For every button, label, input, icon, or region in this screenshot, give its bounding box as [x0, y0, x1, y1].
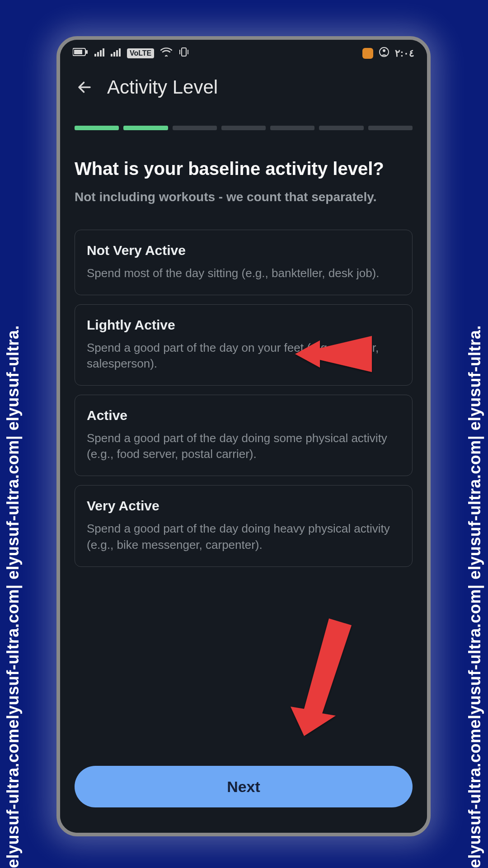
progress-segment — [319, 126, 363, 130]
battery-icon — [73, 47, 88, 59]
next-button[interactable]: Next — [75, 766, 413, 807]
svg-point-15 — [383, 49, 385, 52]
question-title: What is your baseline activity level? — [75, 157, 413, 180]
svg-rect-11 — [182, 48, 186, 56]
svg-rect-8 — [113, 52, 115, 57]
svg-rect-3 — [94, 54, 96, 57]
progress-segment — [270, 126, 314, 130]
status-bar: VoLTE ٢:٠٤ — [60, 40, 427, 67]
option-title: Active — [87, 408, 400, 423]
progress-segment — [123, 126, 168, 130]
option-not-very-active[interactable]: Not Very Active Spend most of the day si… — [75, 230, 413, 295]
option-lightly-active[interactable]: Lightly Active Spend a good part of the … — [75, 304, 413, 386]
signal-icon-2 — [111, 47, 121, 59]
arrow-left-icon — [76, 79, 93, 95]
app-bar: Activity Level — [60, 67, 427, 108]
progress-segment — [75, 126, 119, 130]
option-description: Spend a good part of the day on your fee… — [87, 340, 400, 372]
option-title: Very Active — [87, 498, 400, 514]
svg-rect-10 — [119, 48, 121, 57]
progress-segment — [173, 126, 217, 130]
progress-bar — [60, 108, 427, 130]
svg-rect-1 — [74, 50, 82, 54]
wifi-icon — [160, 47, 172, 59]
svg-rect-4 — [97, 52, 99, 57]
status-time: ٢:٠٤ — [395, 47, 414, 59]
svg-rect-5 — [100, 50, 102, 57]
progress-segment — [368, 126, 413, 130]
svg-rect-9 — [116, 50, 118, 57]
option-title: Not Very Active — [87, 243, 400, 258]
notification-app-icon — [362, 48, 373, 59]
option-description: Spend a good part of the day doing heavy… — [87, 521, 400, 552]
back-button[interactable] — [75, 77, 94, 97]
phone-frame: VoLTE ٢:٠٤ Activity Level — [56, 36, 431, 836]
next-button-label: Next — [227, 778, 260, 796]
vibrate-icon — [178, 47, 189, 60]
option-active[interactable]: Active Spend a good part of the day doin… — [75, 395, 413, 476]
watermark-left: elyusuf-ultra.comelyusuf-ultra.com| elyu… — [4, 0, 23, 868]
option-description: Spend most of the day sitting (e.g., ban… — [87, 265, 400, 281]
watermark-right: elyusuf-ultra.comelyusuf-ultra.com| elyu… — [465, 0, 484, 868]
signal-icon — [94, 47, 104, 59]
question-subtitle: Not including workouts - we count that s… — [75, 190, 413, 204]
svg-rect-2 — [86, 50, 88, 54]
option-title: Lightly Active — [87, 317, 400, 333]
volte-badge: VoLTE — [127, 48, 154, 58]
page-title: Activity Level — [107, 76, 218, 98]
system-icon — [379, 47, 389, 60]
option-description: Spend a good part of the day doing some … — [87, 430, 400, 462]
svg-rect-7 — [111, 54, 113, 57]
option-very-active[interactable]: Very Active Spend a good part of the day… — [75, 485, 413, 566]
progress-segment — [221, 126, 266, 130]
svg-rect-6 — [103, 48, 104, 57]
